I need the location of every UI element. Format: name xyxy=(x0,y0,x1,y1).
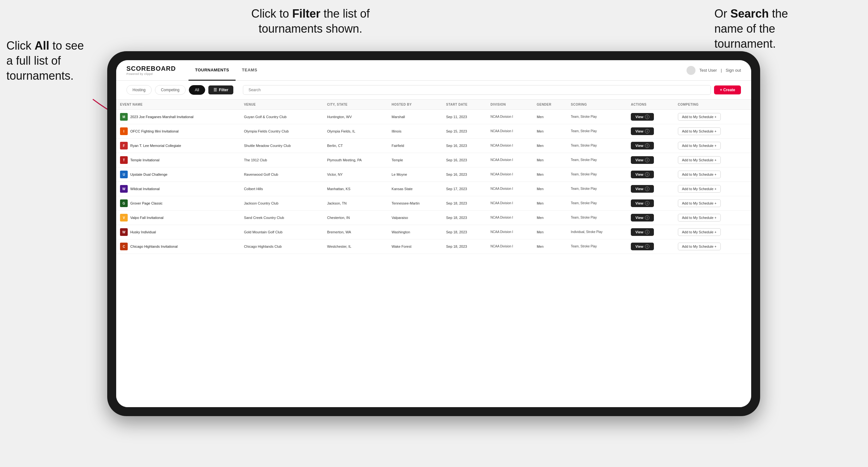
cell-scoring: Team, Stroke Play xyxy=(567,110,627,124)
cell-gender: Men xyxy=(533,153,567,167)
cell-gender: Men xyxy=(533,225,567,240)
team-logo: W xyxy=(120,228,128,236)
cell-venue: Sand Creek Country Club xyxy=(240,211,323,225)
cell-actions: View i xyxy=(627,138,674,153)
create-button[interactable]: + Create xyxy=(714,86,741,94)
filter-label: Filter xyxy=(219,88,228,92)
table-row: W Husky Individual Gold Mountain Golf Cl… xyxy=(116,225,751,240)
cell-division: NCAA Division I xyxy=(487,182,533,196)
search-input[interactable] xyxy=(243,85,711,95)
cell-event-name: T Temple Invitational xyxy=(116,153,240,167)
team-logo: V xyxy=(120,214,128,221)
add-to-schedule-button[interactable]: Add to My Schedule + xyxy=(678,170,721,178)
add-to-schedule-button[interactable]: Add to My Schedule + xyxy=(678,127,721,135)
user-name: Test User xyxy=(699,68,717,73)
view-button[interactable]: View i xyxy=(631,156,654,164)
cell-scoring: Team, Stroke Play xyxy=(567,240,627,254)
separator: | xyxy=(721,68,722,73)
view-button[interactable]: View i xyxy=(631,228,654,236)
add-to-schedule-button[interactable]: Add to My Schedule + xyxy=(678,228,721,236)
add-to-schedule-button[interactable]: Add to My Schedule + xyxy=(678,185,721,193)
filter-icon: ☰ xyxy=(214,88,217,92)
header-right: Test User | Sign out xyxy=(686,66,741,75)
nav-tab-teams[interactable]: TEAMS xyxy=(236,60,264,81)
view-button[interactable]: View i xyxy=(631,170,654,178)
view-button[interactable]: View i xyxy=(631,113,654,121)
view-button[interactable]: View i xyxy=(631,243,654,250)
cell-actions: View i xyxy=(627,211,674,225)
annotation-search: Or Search thename of thetournament. xyxy=(714,6,849,51)
cell-actions: View i xyxy=(627,225,674,240)
cell-hosted-by: Le Moyne xyxy=(388,167,442,182)
cell-scoring: Team, Stroke Play xyxy=(567,138,627,153)
all-tab[interactable]: All xyxy=(189,85,205,95)
competing-tab[interactable]: Competing xyxy=(155,85,186,95)
col-start-date: START DATE xyxy=(442,99,487,110)
cell-city-state: Olympia Fields, IL xyxy=(323,124,388,138)
cell-city-state: Chesterton, IN xyxy=(323,211,388,225)
col-competing: COMPETING xyxy=(674,99,751,110)
cell-venue: Guyan Golf & Country Club xyxy=(240,110,323,124)
cell-competing: Add to My Schedule + xyxy=(674,153,751,167)
cell-city-state: Berlin, CT xyxy=(323,138,388,153)
info-icon: i xyxy=(645,187,649,191)
cell-gender: Men xyxy=(533,167,567,182)
cell-scoring: Team, Stroke Play xyxy=(567,211,627,225)
cell-venue: Chicago Highlands Club xyxy=(240,240,323,254)
cell-gender: Men xyxy=(533,211,567,225)
cell-venue: Jackson Country Club xyxy=(240,196,323,211)
filter-button[interactable]: ☰ Filter xyxy=(208,86,233,94)
cell-scoring: Team, Stroke Play xyxy=(567,124,627,138)
cell-start-date: Sep 16, 2023 xyxy=(442,153,487,167)
cell-start-date: Sep 15, 2023 xyxy=(442,124,487,138)
cell-city-state: Westchester, IL xyxy=(323,240,388,254)
cell-city-state: Huntington, WV xyxy=(323,110,388,124)
add-to-schedule-button[interactable]: Add to My Schedule + xyxy=(678,113,721,121)
event-name: Temple Invitational xyxy=(130,158,159,162)
table-row: V Valpo Fall Invitational Sand Creek Cou… xyxy=(116,211,751,225)
cell-hosted-by: Kansas State xyxy=(388,182,442,196)
info-icon: i xyxy=(645,144,649,148)
add-to-schedule-button[interactable]: Add to My Schedule + xyxy=(678,199,721,207)
view-button[interactable]: View i xyxy=(631,142,654,150)
logo-text: SCOREBOARD xyxy=(126,65,176,72)
cell-start-date: Sep 18, 2023 xyxy=(442,225,487,240)
cell-venue: Olympia Fields Country Club xyxy=(240,124,323,138)
table-row: C Chicago Highlands Invitational Chicago… xyxy=(116,240,751,254)
cell-competing: Add to My Schedule + xyxy=(674,196,751,211)
nav-tab-tournaments[interactable]: TOURNAMENTS xyxy=(188,60,235,81)
cell-hosted-by: Temple xyxy=(388,153,442,167)
cell-actions: View i xyxy=(627,153,674,167)
col-venue: VENUE xyxy=(240,99,323,110)
cell-venue: Ravenwood Golf Club xyxy=(240,167,323,182)
add-to-schedule-button[interactable]: Add to My Schedule + xyxy=(678,243,721,250)
cell-division: NCAA Division I xyxy=(487,240,533,254)
info-icon: i xyxy=(645,129,649,133)
event-name: Wildcat Invitational xyxy=(130,187,160,191)
cell-competing: Add to My Schedule + xyxy=(674,138,751,153)
cell-division: NCAA Division I xyxy=(487,225,533,240)
cell-hosted-by: Washington xyxy=(388,225,442,240)
cell-competing: Add to My Schedule + xyxy=(674,211,751,225)
table-row: M 2023 Joe Feaganes Marshall Invitationa… xyxy=(116,110,751,124)
event-name: Chicago Highlands Invitational xyxy=(130,245,178,248)
view-button[interactable]: View i xyxy=(631,214,654,221)
add-to-schedule-button[interactable]: Add to My Schedule + xyxy=(678,156,721,164)
sign-out-link[interactable]: Sign out xyxy=(725,68,741,73)
hosting-tab[interactable]: Hosting xyxy=(126,85,152,95)
cell-start-date: Sep 11, 2023 xyxy=(442,110,487,124)
view-button[interactable]: View i xyxy=(631,185,654,193)
col-actions: ACTIONS xyxy=(627,99,674,110)
team-logo: G xyxy=(120,199,128,207)
tablet-screen: SCOREBOARD Powered by clippd TOURNAMENTS… xyxy=(116,60,751,407)
event-name: Husky Individual xyxy=(130,230,156,234)
view-button[interactable]: View i xyxy=(631,127,654,135)
event-name: Ryan T. Lee Memorial Collegiate xyxy=(130,144,181,148)
cell-hosted-by: Illinois xyxy=(388,124,442,138)
info-icon: i xyxy=(645,244,649,249)
cell-event-name: I OFCC Fighting Illini Invitational xyxy=(116,124,240,138)
add-to-schedule-button[interactable]: Add to My Schedule + xyxy=(678,142,721,150)
view-button[interactable]: View i xyxy=(631,199,654,207)
cell-actions: View i xyxy=(627,196,674,211)
add-to-schedule-button[interactable]: Add to My Schedule + xyxy=(678,214,721,221)
